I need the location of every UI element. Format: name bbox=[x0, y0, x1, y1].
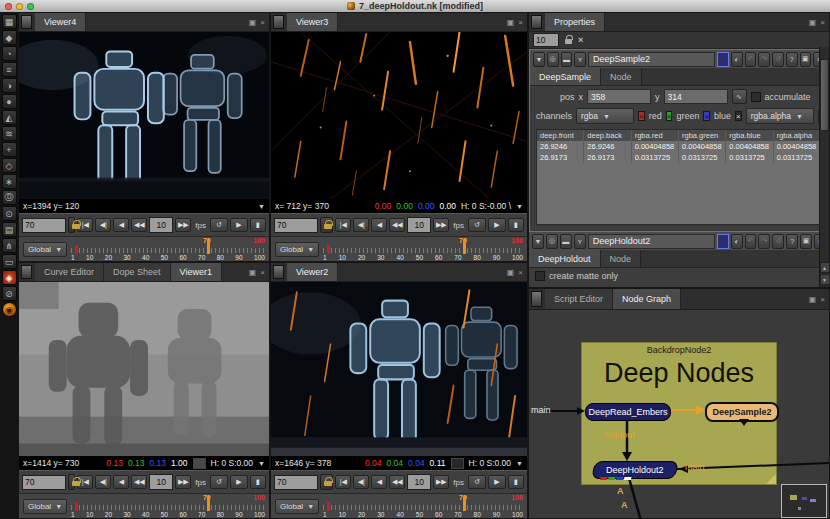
tab-node[interactable]: Node bbox=[601, 250, 642, 267]
play-button[interactable]: ▶ bbox=[488, 218, 506, 232]
undo-icon[interactable]: ↶ bbox=[745, 52, 757, 67]
timeline-ruler[interactable]: 70 100 1102030405060708090100 bbox=[323, 494, 523, 518]
pane-menu-icon[interactable] bbox=[531, 15, 542, 29]
plugin-red-icon[interactable]: ◈ bbox=[2, 270, 17, 285]
skip-backward-button[interactable]: ◀◀ bbox=[389, 475, 405, 489]
node-name-field[interactable] bbox=[588, 234, 715, 249]
timeline-ruler[interactable]: 70 100 1102030405060708090100 bbox=[71, 494, 265, 518]
playhead[interactable] bbox=[207, 496, 210, 511]
float-properties-icon[interactable]: ▣ bbox=[800, 52, 812, 67]
play-button[interactable]: ▶ bbox=[488, 475, 506, 489]
float-panel-icon[interactable]: ▣ bbox=[249, 18, 257, 27]
loop-button[interactable]: ↺ bbox=[210, 218, 228, 232]
metadata-icon[interactable]: ▤ bbox=[2, 222, 17, 237]
redo-icon[interactable]: ↷ bbox=[758, 234, 770, 249]
play-backward-button[interactable]: ◀ bbox=[371, 475, 387, 489]
info-dropdown-icon[interactable]: ▼ bbox=[258, 460, 265, 467]
node-color-chip[interactable] bbox=[717, 52, 729, 67]
color-icon[interactable]: ◑ bbox=[2, 78, 17, 93]
tab-properties[interactable]: Properties bbox=[545, 13, 605, 31]
viewer3-image[interactable] bbox=[271, 32, 527, 199]
threed-icon[interactable]: ◇ bbox=[2, 158, 17, 173]
pane-menu-icon[interactable] bbox=[531, 291, 542, 307]
blue-checkbox[interactable]: × bbox=[703, 111, 710, 121]
pane-menu-icon[interactable] bbox=[21, 15, 32, 29]
tab-viewer1[interactable]: Viewer1 bbox=[171, 263, 222, 281]
bookmark-button[interactable]: ▮ bbox=[250, 218, 266, 232]
channels-dropdown[interactable]: rgba▼ bbox=[576, 108, 634, 124]
frame-range-dropdown[interactable]: Global▼ bbox=[275, 499, 319, 514]
redo-icon[interactable]: ↷ bbox=[758, 52, 770, 67]
channels-mask-icon[interactable]: ▬ bbox=[561, 52, 573, 67]
center-node-icon[interactable]: ◎ bbox=[547, 52, 559, 67]
tab-viewer4[interactable]: Viewer4 bbox=[35, 13, 86, 31]
pane-menu-icon[interactable] bbox=[273, 15, 284, 29]
channels-mask-icon[interactable]: ▬ bbox=[560, 234, 572, 249]
lock-range-button[interactable] bbox=[68, 217, 75, 233]
float-properties-icon[interactable]: ▣ bbox=[800, 234, 812, 249]
frame-range-dropdown[interactable]: Global▼ bbox=[23, 242, 67, 257]
animation-curve-icon[interactable]: ∿ bbox=[732, 89, 747, 104]
merge-icon[interactable]: ≋ bbox=[2, 126, 17, 141]
tab-script-editor[interactable]: Script Editor bbox=[545, 289, 613, 309]
loop-button[interactable]: ↺ bbox=[210, 475, 228, 489]
float-panel-icon[interactable]: ▣ bbox=[809, 18, 817, 27]
transform-icon[interactable]: + bbox=[2, 142, 17, 157]
prev-keyframe-button[interactable]: ◀| bbox=[353, 218, 369, 232]
table-row[interactable]: 26.917326.91730.03137250.03137250.031372… bbox=[537, 152, 821, 163]
frame-increment-field[interactable] bbox=[407, 217, 431, 233]
node-name-field[interactable] bbox=[588, 52, 715, 67]
revert-icon[interactable]: ↺ bbox=[772, 234, 784, 249]
deepread-embers-node[interactable]: DeepRead_Embers bbox=[585, 403, 671, 421]
timeline-ruler[interactable]: 70 100 1102030405060708090100 bbox=[71, 237, 265, 261]
skip-backward-button[interactable]: ◀◀ bbox=[389, 218, 405, 232]
collapse-panel-icon[interactable]: ▼ bbox=[533, 52, 545, 67]
particles-icon[interactable]: ∗ bbox=[2, 174, 17, 189]
loop-button[interactable]: ↺ bbox=[468, 218, 486, 232]
collapse-panel-icon[interactable]: ▼ bbox=[532, 234, 544, 249]
current-frame-field[interactable] bbox=[22, 475, 66, 490]
loop-button[interactable]: ↺ bbox=[468, 475, 486, 489]
float-panel-icon[interactable]: ▣ bbox=[507, 268, 515, 277]
deep-samples-table[interactable]: deep.frontdeep.backrgba.redrgba.greenrgb… bbox=[536, 129, 822, 225]
goto-start-button[interactable]: |◀ bbox=[335, 475, 351, 489]
green-checkbox[interactable]: × bbox=[666, 111, 673, 121]
deepholdout2-node[interactable]: DeepHoldout2 bbox=[591, 461, 679, 479]
tab-node-graph[interactable]: Node Graph bbox=[613, 289, 681, 309]
current-frame-field[interactable] bbox=[22, 218, 66, 233]
node-graph-canvas[interactable]: BackdropNode2 Deep Nodes main DeepRead_E… bbox=[529, 310, 829, 518]
float-panel-icon[interactable]: ▣ bbox=[249, 268, 257, 277]
frame-range-dropdown[interactable]: Global▼ bbox=[23, 499, 67, 514]
info-dropdown-icon[interactable]: ▼ bbox=[516, 460, 523, 467]
prev-keyframe-button[interactable]: ◀| bbox=[353, 475, 369, 489]
float-panel-icon[interactable]: ▣ bbox=[507, 18, 515, 27]
current-frame-field[interactable] bbox=[274, 475, 318, 490]
help-icon[interactable]: ? bbox=[786, 52, 798, 67]
play-backward-button[interactable]: ◀ bbox=[371, 218, 387, 232]
red-checkbox[interactable]: × bbox=[638, 111, 645, 121]
alpha-checkbox[interactable]: × bbox=[735, 111, 742, 121]
close-panel-icon[interactable]: × bbox=[820, 295, 825, 304]
goto-start-button[interactable]: |◀ bbox=[335, 218, 351, 232]
node-tree-icon[interactable]: ʏ bbox=[574, 52, 586, 67]
play-button[interactable]: ▶ bbox=[230, 218, 248, 232]
pane-menu-icon[interactable] bbox=[21, 265, 32, 279]
scroll-down-icon[interactable]: ▼ bbox=[820, 274, 830, 285]
bookmark-button[interactable]: ▮ bbox=[250, 475, 266, 489]
lock-range-button[interactable] bbox=[68, 474, 75, 490]
bookmark-button[interactable]: ▮ bbox=[508, 218, 524, 232]
filter-icon[interactable]: ● bbox=[2, 94, 17, 109]
create-matte-checkbox[interactable] bbox=[535, 271, 545, 281]
lock-panels-icon[interactable] bbox=[564, 35, 573, 45]
keyer-icon[interactable]: ◭ bbox=[2, 110, 17, 125]
pos-y-field[interactable] bbox=[664, 89, 728, 104]
center-node-icon[interactable]: ◎ bbox=[546, 234, 558, 249]
play-backward-button[interactable]: ◀ bbox=[113, 475, 129, 489]
playhead[interactable] bbox=[463, 496, 466, 511]
info-dropdown-icon[interactable]: ▼ bbox=[516, 203, 523, 210]
skip-forward-button[interactable]: ▶▶ bbox=[175, 475, 191, 489]
frame-range-dropdown[interactable]: Global▼ bbox=[275, 242, 319, 257]
close-panel-icon[interactable]: × bbox=[820, 18, 825, 27]
frame-increment-field[interactable] bbox=[149, 474, 173, 490]
skip-backward-button[interactable]: ◀◀ bbox=[131, 218, 147, 232]
